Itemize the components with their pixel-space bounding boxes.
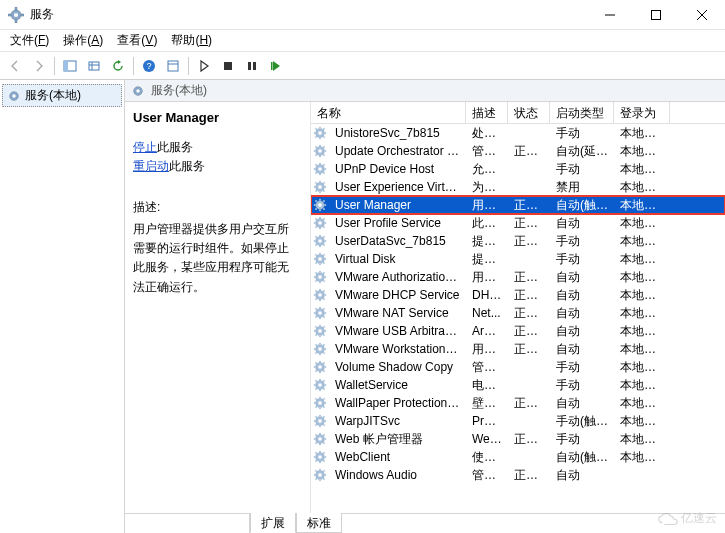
table-row[interactable]: VMware USB Arbitration ...Arbit...正在...自… (311, 322, 725, 340)
table-row[interactable]: WallPaper Protection Ser...壁纸...正在...自动本… (311, 394, 725, 412)
maximize-button[interactable] (633, 0, 679, 30)
cell-desc: 用于... (466, 269, 508, 286)
table-row[interactable]: Virtual Disk提供...手动本地系统 (311, 250, 725, 268)
menubar: 文件(F) 操作(A) 查看(V) 帮助(H) (0, 30, 725, 52)
close-button[interactable] (679, 0, 725, 30)
menu-view[interactable]: 查看(V) (111, 30, 163, 51)
show-hide-tree-button[interactable] (59, 55, 81, 77)
minimize-button[interactable] (587, 0, 633, 30)
help-button[interactable]: ? (138, 55, 160, 77)
cell-desc: 管理... (466, 467, 508, 484)
svg-rect-180 (319, 407, 321, 409)
refresh-button[interactable] (107, 55, 129, 77)
cell-startup: 手动 (550, 251, 614, 268)
table-row[interactable]: User Experience Virtualiz...为应...禁用本地系统 (311, 178, 725, 196)
table-row[interactable]: Windows Audio管理...正在...自动 (311, 466, 725, 484)
forward-button[interactable] (28, 55, 50, 77)
cell-startup: 手动 (550, 359, 614, 376)
table-row[interactable]: Update Orchestrator Ser...管理 ...正在...自动(… (311, 142, 725, 160)
properties-button[interactable] (162, 55, 184, 77)
col-header-desc[interactable]: 描述 (466, 102, 508, 123)
svg-rect-212 (324, 456, 326, 458)
export-list-button[interactable] (83, 55, 105, 77)
svg-rect-201 (314, 438, 316, 440)
svg-rect-82 (324, 222, 326, 224)
restart-service-link[interactable]: 重启动 (133, 159, 169, 173)
svg-point-78 (318, 221, 322, 225)
svg-rect-41 (314, 150, 316, 152)
svg-rect-3 (15, 20, 17, 23)
services-grid[interactable]: 名称 描述 状态 启动类型 登录为 UnistoreSvc_7b815处理...… (310, 102, 725, 533)
cell-name: VMware DHCP Service (329, 288, 466, 302)
svg-rect-31 (314, 132, 316, 134)
tree-item-services-local[interactable]: 服务(本地) (2, 84, 122, 107)
svg-rect-52 (324, 168, 326, 170)
cell-status: 正在... (508, 431, 550, 448)
tab-extended[interactable]: 扩展 (250, 513, 296, 533)
cell-name: VMware USB Arbitration ... (329, 324, 466, 338)
cell-logon: 本地系统 (614, 323, 670, 340)
svg-rect-39 (319, 145, 321, 147)
restart-service-button[interactable] (265, 55, 287, 77)
cell-logon: 本地系统 (614, 179, 670, 196)
cell-desc: 使基... (466, 449, 508, 466)
cell-desc: 壁纸... (466, 395, 508, 412)
svg-rect-211 (314, 456, 316, 458)
svg-rect-189 (319, 415, 321, 417)
toolbar: ? (0, 52, 725, 80)
menu-file[interactable]: 文件(F) (4, 30, 55, 51)
cell-name: UserDataSvc_7b815 (329, 234, 466, 248)
table-row[interactable]: VMware Authorization Se...用于...正在...自动本地… (311, 268, 725, 286)
cell-name: Web 帐户管理器 (329, 431, 466, 448)
menu-help[interactable]: 帮助(H) (165, 30, 218, 51)
pause-service-button[interactable] (241, 55, 263, 77)
svg-rect-182 (324, 402, 326, 404)
svg-rect-179 (319, 397, 321, 399)
table-row[interactable]: UserDataSvc_7b815提供...正在...手动本地系统 (311, 232, 725, 250)
cell-status: 正在... (508, 467, 550, 484)
table-row[interactable]: UPnP Device Host允许 ...手动本地服务 (311, 160, 725, 178)
back-button[interactable] (4, 55, 26, 77)
start-service-button[interactable] (193, 55, 215, 77)
cell-startup: 自动 (550, 323, 614, 340)
table-row[interactable]: WarpJITSvcProv...手动(触发...本地服务 (311, 412, 725, 430)
cell-name: VMware Authorization Se... (329, 270, 466, 284)
table-row[interactable]: WalletService电子...手动本地系统 (311, 376, 725, 394)
table-row[interactable]: UnistoreSvc_7b815处理...手动本地系统 (311, 124, 725, 142)
table-row[interactable]: WebClient使基...自动(触发...本地服务 (311, 448, 725, 466)
cell-name: VMware NAT Service (329, 306, 466, 320)
table-row[interactable]: Web 帐户管理器Web...正在...手动本地系统 (311, 430, 725, 448)
console-tree[interactable]: 服务(本地) (0, 80, 125, 533)
svg-rect-50 (319, 173, 321, 175)
cell-logon: 本地系统 (614, 197, 670, 214)
col-header-startup[interactable]: 启动类型 (550, 102, 614, 123)
col-header-name[interactable]: 名称 (311, 102, 466, 123)
table-row[interactable]: Volume Shadow Copy管理...手动本地系统 (311, 358, 725, 376)
table-row[interactable]: VMware Workstation Ser...用于...正在...自动本地系… (311, 340, 725, 358)
col-header-status[interactable]: 状态 (508, 102, 550, 123)
col-header-logon[interactable]: 登录为 (614, 102, 670, 123)
svg-rect-149 (319, 343, 321, 345)
table-row[interactable]: VMware NAT ServiceNet...正在...自动本地系统 (311, 304, 725, 322)
table-row[interactable]: VMware DHCP ServiceDHC...正在...自动本地系统 (311, 286, 725, 304)
svg-rect-111 (314, 276, 316, 278)
table-row[interactable]: User Profile Service此服...正在...自动本地系统 (311, 214, 725, 232)
tab-standard[interactable]: 标准 (296, 513, 342, 533)
table-row[interactable]: User Manager用户...正在...自动(触发...本地系统 (311, 196, 725, 214)
stop-service-button[interactable] (217, 55, 239, 77)
cell-desc: Net... (466, 306, 508, 320)
titlebar: 服务 (0, 0, 725, 30)
cell-desc: Arbit... (466, 324, 508, 338)
cell-startup: 手动 (550, 161, 614, 178)
svg-rect-92 (324, 240, 326, 242)
svg-rect-202 (324, 438, 326, 440)
svg-point-28 (318, 131, 322, 135)
menu-action[interactable]: 操作(A) (57, 30, 109, 51)
svg-rect-141 (314, 330, 316, 332)
cell-startup: 自动 (550, 269, 614, 286)
svg-point-148 (318, 347, 322, 351)
svg-point-158 (318, 365, 322, 369)
cell-startup: 手动 (550, 431, 614, 448)
svg-rect-200 (319, 443, 321, 445)
stop-service-link[interactable]: 停止 (133, 140, 157, 154)
